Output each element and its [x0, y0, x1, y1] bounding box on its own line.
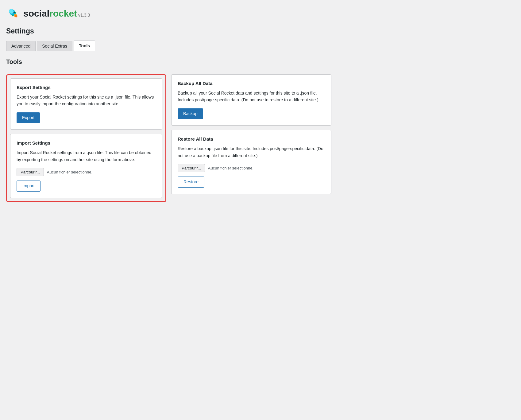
- tab-tools[interactable]: Tools: [74, 41, 95, 51]
- restore-card: Restore All Data Restore a backup .json …: [171, 130, 331, 194]
- logo-rocket: rocket: [49, 8, 77, 18]
- import-file-row: Parcourir... Aucun fichier sélectionné.: [17, 168, 156, 176]
- restore-card-desc: Restore a backup .json file for this sit…: [178, 145, 325, 159]
- import-no-file-label: Aucun fichier sélectionné.: [47, 170, 92, 174]
- import-card-title: Import Settings: [17, 140, 156, 146]
- export-card-desc: Export your Social Rocket settings for t…: [17, 94, 156, 107]
- restore-card-title: Restore All Data: [178, 136, 325, 142]
- import-card-desc: Import Social Rocket settings from a .js…: [17, 149, 156, 163]
- logo-social: social: [23, 8, 49, 18]
- backup-card-title: Backup All Data: [178, 81, 325, 86]
- restore-file-row: Parcourir... Aucun fichier sélectionné.: [178, 164, 325, 172]
- restore-button[interactable]: Restore: [178, 177, 204, 188]
- tab-social-extras[interactable]: Social Extras: [37, 41, 72, 51]
- export-button[interactable]: Export: [17, 112, 40, 123]
- restore-browse-button[interactable]: Parcourir...: [178, 164, 205, 172]
- backup-card-desc: Backup all your Social Rocket data and s…: [178, 90, 325, 103]
- tab-advanced[interactable]: Advanced: [6, 41, 36, 51]
- import-button[interactable]: Import: [17, 181, 41, 192]
- import-settings-card: Import Settings Import Social Rocket set…: [10, 134, 162, 198]
- right-column: Backup All Data Backup all your Social R…: [171, 74, 331, 202]
- logo-version: v1.3.3: [78, 13, 90, 18]
- rocket-logo-icon: [6, 6, 21, 21]
- svg-point-6: [14, 12, 15, 13]
- highlighted-left-column: Export Settings Export your Social Rocke…: [6, 74, 166, 202]
- page-title: Settings: [6, 27, 331, 35]
- backup-button[interactable]: Backup: [178, 108, 203, 119]
- restore-no-file-label: Aucun fichier sélectionné.: [208, 166, 253, 170]
- export-card-title: Export Settings: [17, 85, 156, 90]
- tabs-row: Advanced Social Extras Tools: [6, 40, 331, 51]
- export-settings-card: Export Settings Export your Social Rocke…: [10, 78, 162, 130]
- import-browse-button[interactable]: Parcourir...: [17, 168, 44, 176]
- logo-text: socialrocketv1.3.3: [23, 8, 90, 19]
- logo-area: socialrocketv1.3.3: [6, 6, 331, 21]
- section-title: Tools: [6, 58, 331, 68]
- backup-card: Backup All Data Backup all your Social R…: [171, 74, 331, 126]
